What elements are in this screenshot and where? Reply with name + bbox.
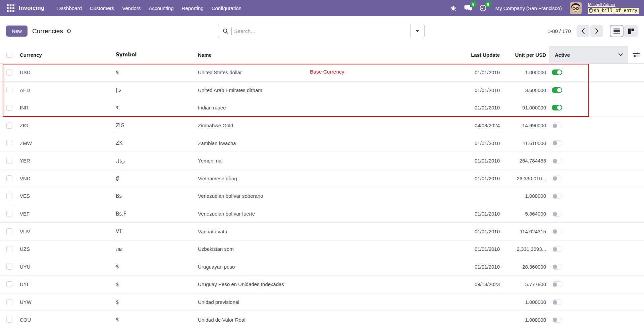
table-row[interactable]: INR ₹ Indian rupee 01/01/2010 91.000000 — [0, 99, 644, 117]
toggle-knob — [553, 282, 557, 287]
chevron-down-icon — [619, 53, 623, 56]
active-toggle[interactable] — [552, 246, 562, 252]
active-toggle[interactable] — [552, 105, 562, 110]
row-checkbox[interactable] — [6, 246, 12, 252]
row-checkbox[interactable] — [6, 158, 12, 164]
database-icon — [589, 8, 593, 13]
optional-columns-icon[interactable] — [633, 51, 640, 58]
row-checkbox[interactable] — [6, 123, 12, 129]
table-row[interactable]: USD $ United States dollar 01/01/2010 1.… — [0, 64, 644, 82]
cell-currency: COU — [20, 317, 116, 323]
header-active[interactable]: Active — [549, 46, 628, 63]
menu-accounting[interactable]: Accounting — [145, 3, 177, 13]
toggle-knob — [553, 300, 557, 305]
search-dropdown-toggle[interactable] — [410, 24, 424, 38]
chevron-left-icon — [581, 28, 585, 34]
menu-configuration[interactable]: Configuration — [208, 3, 246, 13]
menu-vendors[interactable]: Vendors — [118, 3, 145, 13]
chevron-right-icon — [595, 28, 599, 34]
active-toggle[interactable] — [552, 70, 562, 75]
toggle-knob — [553, 229, 557, 234]
table-row[interactable]: VEF Bs.F Venezuelan bolívar fuerte 01/01… — [0, 205, 644, 223]
user-menu[interactable]: Mitchell Admin sh_bill_of_entry — [588, 2, 639, 14]
cell-last-update: 01/01/2010 — [460, 176, 500, 181]
toggle-knob — [553, 176, 557, 181]
active-toggle[interactable] — [552, 176, 562, 181]
active-toggle[interactable] — [552, 211, 562, 217]
search-input[interactable] — [234, 28, 410, 34]
row-checkbox[interactable] — [6, 228, 12, 234]
select-all-checkbox[interactable] — [6, 52, 12, 58]
action-gear-icon[interactable]: ⚙︎ — [66, 28, 71, 34]
cell-name: Vietnamese đồng — [198, 176, 460, 181]
list-view-button[interactable] — [610, 25, 624, 37]
row-checkbox[interactable] — [6, 281, 12, 287]
active-toggle[interactable] — [552, 158, 562, 164]
table-row[interactable]: VES Bs Venezuelan bolívar soberano 1.000… — [0, 187, 644, 205]
active-toggle[interactable] — [552, 317, 562, 323]
table-row[interactable]: VND ₫ Vietnamese đồng 01/01/2010 26,330.… — [0, 170, 644, 188]
control-panel: New Currencies ⚙︎ 1-80 / 170 — [0, 16, 644, 46]
cell-last-update: 01/01/2010 — [460, 158, 500, 164]
cell-unit-per-usd: 26,330.010... — [500, 176, 546, 181]
table-row[interactable]: ZIG ZiG Zimbabwe Gold 04/08/2024 14.6900… — [0, 117, 644, 135]
apps-grid-icon[interactable] — [5, 3, 15, 13]
table-row[interactable]: UYW $ Unidad previsional 1.000000 — [0, 293, 644, 311]
row-checkbox[interactable] — [6, 264, 12, 270]
table-row[interactable]: ZMW ZK Zambian kwacha 01/01/2010 11.6100… — [0, 134, 644, 152]
row-checkbox[interactable] — [6, 87, 12, 93]
table-row[interactable]: AED د.إ United Arab Emirates dirham 01/0… — [0, 82, 644, 99]
row-checkbox[interactable] — [6, 317, 12, 323]
text-caret — [231, 28, 231, 35]
header-currency[interactable]: Currency — [20, 52, 116, 58]
row-checkbox[interactable] — [6, 140, 12, 146]
row-checkbox[interactable] — [6, 299, 12, 305]
active-toggle[interactable] — [552, 140, 562, 146]
row-checkbox[interactable] — [6, 211, 12, 217]
table-row[interactable]: UYU $ Uruguayan peso 01/01/2010 28.36000… — [0, 258, 644, 276]
active-toggle[interactable] — [552, 281, 562, 287]
toggle-knob — [553, 194, 557, 198]
active-toggle[interactable] — [552, 123, 562, 128]
kanban-view-button[interactable] — [624, 25, 638, 37]
pager-next-button[interactable] — [590, 25, 603, 37]
active-toggle[interactable] — [552, 87, 562, 93]
activities-clock-icon[interactable]: 8 — [477, 2, 489, 14]
cell-currency: VEF — [20, 211, 116, 217]
table-row[interactable]: VUV VT Vanuatu vatu 01/01/2010 114.02431… — [0, 223, 644, 240]
user-avatar[interactable] — [570, 2, 582, 14]
table-row[interactable]: UZS лв Uzbekistan som 01/01/2010 2,331.3… — [0, 240, 644, 258]
cell-currency: USD — [20, 70, 116, 75]
debug-bug-icon[interactable] — [448, 2, 459, 14]
active-toggle[interactable] — [552, 193, 562, 199]
row-checkbox[interactable] — [6, 70, 12, 76]
pager-previous-button[interactable] — [577, 25, 589, 37]
kanban-view-icon — [628, 29, 634, 34]
messages-icon[interactable]: 8 — [463, 2, 474, 14]
new-button[interactable]: New — [6, 26, 28, 37]
table-row[interactable]: UYI $ Uruguay Peso en Unidades Indexadas… — [0, 276, 644, 293]
header-name[interactable]: Name — [198, 52, 460, 58]
active-toggle[interactable] — [552, 264, 562, 270]
cell-symbol: $ — [116, 317, 198, 323]
row-checkbox[interactable] — [6, 193, 12, 199]
header-symbol[interactable]: Symbol — [116, 52, 198, 58]
company-switcher[interactable]: My Company (San Francisco) — [495, 5, 562, 11]
active-toggle[interactable] — [552, 229, 562, 234]
active-toggle[interactable] — [552, 299, 562, 305]
cell-unit-per-usd: 1.000000 — [500, 70, 546, 75]
menu-reporting[interactable]: Reporting — [178, 3, 208, 13]
app-name[interactable]: Invoicing — [19, 5, 44, 11]
row-checkbox[interactable] — [6, 175, 12, 181]
list-header: Currency Symbol Name Last Update Unit pe… — [0, 46, 644, 64]
table-row[interactable]: COU $ Unidad de Valor Real 1.000000 — [0, 311, 644, 324]
menu-customers[interactable]: Customers — [86, 3, 118, 13]
header-unit-per-usd[interactable]: Unit per USD — [500, 52, 546, 58]
cell-unit-per-usd: 1.000000 — [500, 317, 546, 323]
menu-dashboard[interactable]: Dashboard — [53, 3, 86, 13]
header-last-update[interactable]: Last Update — [460, 52, 500, 58]
row-checkbox[interactable] — [6, 105, 12, 111]
table-row[interactable]: YER ريال Yemeni rial 01/01/2010 264.7844… — [0, 152, 644, 170]
cell-last-update: 01/01/2010 — [460, 70, 500, 75]
cell-last-update: 04/08/2024 — [460, 123, 500, 128]
